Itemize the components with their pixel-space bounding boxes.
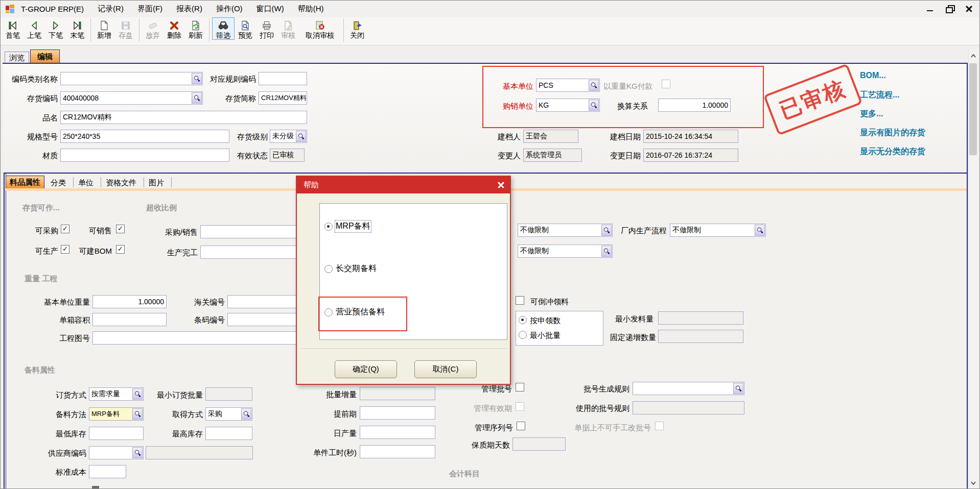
lookup-icon[interactable] [296,131,306,142]
prev-record-button[interactable]: 上笔 [24,17,45,39]
lookup-icon[interactable] [601,246,612,257]
dialog-close-icon[interactable] [496,181,505,189]
toolbar-separator [209,18,209,42]
limit-field-2[interactable]: 不做限制 [518,244,613,258]
unit-hours-field[interactable] [360,445,435,458]
material-field[interactable] [60,149,229,162]
preview-button[interactable]: 预览 [235,17,256,39]
lookup-icon[interactable] [192,73,202,84]
can-build-bom-checkbox[interactable]: ✓ [116,245,125,254]
manage-validity-checkbox [516,402,524,411]
backflush-checkbox[interactable] [516,296,524,305]
drawing-number-field[interactable] [92,331,328,345]
spec-field[interactable]: 250*240*35 [60,130,229,143]
lookup-icon[interactable] [132,447,143,458]
menu-report[interactable]: 报表(R) [176,4,202,14]
abandon-button[interactable]: 放弃 [142,17,164,39]
new-button[interactable]: 新增 [94,17,115,39]
inv-level-field[interactable]: 未分级 [270,130,307,143]
audit-button[interactable]: 审核 [277,17,299,39]
long-cycle-prep-radio[interactable] [324,265,333,273]
tab-browse[interactable]: 浏览 [5,52,29,63]
base-weight-field[interactable]: 1.00000 [92,295,167,308]
link-show-unclassified[interactable]: 显示无分类的存货 [860,146,925,157]
next-record-button[interactable]: 下笔 [45,17,66,39]
by-request-radio[interactable] [519,316,527,324]
cancel-audit-button[interactable]: 取消审核 [299,17,341,39]
manage-batch-checkbox[interactable] [516,383,524,392]
menu-bar: T-GROUP ERP(E) 记录(R) 界面(F) 报表(R) 操作(O) 窗… [1,1,979,17]
limit-field-1[interactable]: 不做限制 [518,224,613,237]
restore-icon[interactable] [945,4,955,14]
code-category-field[interactable] [60,72,203,85]
menu-interface[interactable]: 界面(F) [137,4,162,14]
tab-units[interactable]: 单位 [78,178,100,187]
menu-erp[interactable]: T-GROUP ERP(E) [21,5,84,13]
vertical-scrollbar[interactable] [968,49,978,489]
min-stock-field[interactable] [89,427,144,440]
material-label: 材质 [27,151,58,160]
tab-qualification-files[interactable]: 资格文件 [106,178,143,187]
daily-output-field[interactable] [360,426,435,439]
std-cost-field[interactable] [89,465,126,478]
tab-edit[interactable]: 编辑 [30,50,60,63]
acquire-mode-field[interactable]: 采购 [205,407,252,421]
max-stock-field[interactable] [205,427,252,440]
link-bom[interactable]: BOM... [860,71,886,80]
refresh-button[interactable]: 刷新 [185,17,206,39]
print-button[interactable]: 打印 [256,17,277,39]
minimize-icon[interactable] [925,4,936,14]
scrollbar-thumb[interactable] [969,63,977,155]
lookup-icon[interactable] [132,388,143,400]
tab-pictures[interactable]: 图片 [149,178,170,187]
mrp-prep-radio[interactable] [324,223,333,231]
lookup-icon[interactable] [601,225,612,236]
factory-flow-field[interactable]: 不做限制 [670,224,766,237]
menu-help[interactable]: 帮助(H) [298,4,324,14]
lead-time-field[interactable] [360,406,435,420]
order-mode-field[interactable]: 按需求量 [89,387,144,401]
section-stock-preparation: 备料属性 [25,365,55,375]
batch-rule-field[interactable] [633,382,744,395]
menu-window[interactable]: 窗口(W) [256,4,284,14]
close-form-button[interactable]: 关闭 [346,17,368,39]
inv-abbr-field[interactable]: CR12MOV精料 [259,91,307,105]
cancel-button[interactable]: 取消(C) [414,360,477,378]
tab-classification[interactable]: 分类 [51,178,72,187]
lookup-icon[interactable] [241,408,251,420]
ok-button[interactable]: 确定(Q) [335,360,397,378]
menu-record[interactable]: 记录(R) [98,4,124,14]
mrp-prep-label[interactable]: MRP备料 [336,221,370,232]
lookup-icon[interactable] [192,92,202,104]
manage-serial-checkbox[interactable] [517,422,525,430]
lookup-icon[interactable] [733,383,743,394]
lookup-icon[interactable] [132,408,143,420]
scroll-down-icon[interactable] [969,476,978,489]
rule-code-field[interactable] [259,72,307,85]
save-button[interactable]: 存盘 [115,17,136,39]
product-name-field[interactable]: CR12MOV精料 [60,111,307,124]
last-record-button[interactable]: 末笔 [66,17,88,39]
filter-button[interactable]: 筛选 [212,17,235,40]
lookup-icon[interactable] [755,225,765,236]
link-process-flow[interactable]: 工艺流程... [860,90,899,101]
purchasable-checkbox[interactable]: ✓ [61,225,69,233]
inv-code-field[interactable]: 400400008 [60,91,203,105]
prep-method-field[interactable]: MRP备料 [89,407,144,421]
long-cycle-prep-label[interactable]: 长交期备料 [336,263,377,274]
link-more[interactable]: 更多... [860,109,883,119]
sellable-checkbox[interactable]: ✓ [116,225,125,233]
scroll-up-icon[interactable] [969,49,978,62]
delete-button[interactable]: 删除 [164,17,185,39]
link-show-with-images[interactable]: 显示有图片的存货 [860,128,925,138]
supplier-code-field[interactable] [89,446,144,459]
box-volume-field[interactable] [92,313,167,326]
dialog-titlebar[interactable]: 帮助 [297,177,510,193]
section-over-ratio: 超收比例 [146,203,177,213]
close-icon[interactable] [964,4,974,14]
first-record-button[interactable]: 首笔 [2,17,24,39]
min-batch-radio[interactable] [519,331,527,339]
menu-operate[interactable]: 操作(O) [216,4,243,14]
tab-item-attributes[interactable]: 料品属性 [6,176,44,188]
producible-checkbox[interactable]: ✓ [61,245,69,254]
